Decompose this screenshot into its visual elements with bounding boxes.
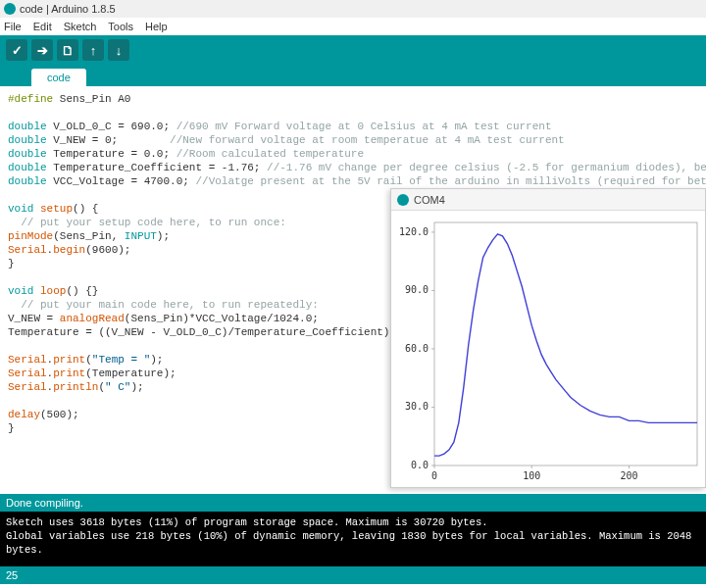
window-titlebar: code | Arduino 1.8.5 — [0, 0, 706, 18]
plotter-titlebar[interactable]: COM4 — [391, 189, 705, 211]
svg-text:0.0: 0.0 — [411, 460, 429, 470]
menu-file[interactable]: File — [4, 21, 22, 32]
arrow-up-icon: ↑ — [90, 43, 97, 58]
menu-help[interactable]: Help — [145, 21, 168, 32]
svg-text:60.0: 60.0 — [405, 343, 429, 354]
serial-plotter-window[interactable]: COM4 0.030.060.090.0120.00100200 — [390, 188, 706, 488]
menu-sketch[interactable]: Sketch — [64, 21, 97, 32]
upload-button[interactable]: ➔ — [31, 39, 53, 61]
menubar: File Edit Sketch Tools Help — [0, 18, 706, 35]
svg-text:200: 200 — [620, 470, 637, 481]
window-title: code | Arduino 1.8.5 — [20, 3, 116, 15]
tab-code[interactable]: code — [31, 69, 86, 86]
verify-button[interactable]: ✓ — [6, 39, 27, 61]
svg-text:90.0: 90.0 — [405, 284, 429, 295]
svg-text:120.0: 120.0 — [399, 226, 429, 237]
console-output: Sketch uses 3618 bytes (11%) of program … — [0, 512, 706, 566]
line-number: 25 — [6, 569, 18, 581]
menu-edit[interactable]: Edit — [33, 21, 52, 32]
open-button[interactable]: ↑ — [82, 39, 104, 61]
footer-bar: 25 — [0, 566, 706, 584]
check-icon: ✓ — [12, 43, 23, 58]
status-text: Done compiling. — [6, 497, 83, 509]
arduino-icon — [4, 3, 16, 15]
menu-tools[interactable]: Tools — [108, 21, 133, 32]
arrow-right-icon: ➔ — [37, 43, 48, 58]
svg-text:30.0: 30.0 — [405, 401, 429, 412]
plotter-title: COM4 — [414, 194, 445, 206]
new-button[interactable]: 🗋 — [57, 39, 78, 61]
plot-area: 0.030.060.090.0120.00100200 — [391, 211, 705, 487]
status-bar: Done compiling. — [0, 494, 706, 512]
toolbar: ✓ ➔ 🗋 ↑ ↓ — [0, 35, 706, 65]
console-line: Global variables use 218 bytes (10%) of … — [6, 530, 698, 556]
arrow-down-icon: ↓ — [116, 43, 123, 58]
file-icon: 🗋 — [62, 43, 75, 58]
tabbar: code — [0, 65, 706, 86]
svg-text:100: 100 — [523, 470, 540, 481]
arduino-icon — [397, 194, 409, 206]
console-line: Sketch uses 3618 bytes (11%) of program … — [6, 516, 487, 528]
save-button[interactable]: ↓ — [108, 39, 129, 61]
svg-text:0: 0 — [431, 470, 437, 481]
svg-rect-0 — [434, 222, 697, 466]
